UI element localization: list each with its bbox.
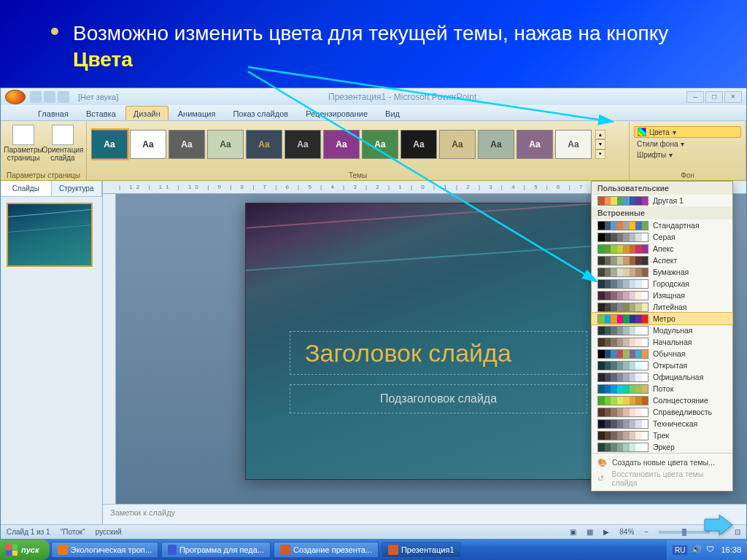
tray-language[interactable]: RU bbox=[673, 545, 687, 555]
maximize-button[interactable]: □ bbox=[705, 91, 723, 103]
fonts-button[interactable]: Шрифты ▾ bbox=[634, 150, 741, 160]
windows-taskbar: пуск Экологическая троп...Программа для … bbox=[0, 540, 747, 560]
taskbar-button[interactable]: Программа для педа... bbox=[161, 542, 271, 558]
color-scheme-label: Модульная bbox=[653, 326, 693, 335]
swatch-icon bbox=[597, 361, 649, 370]
qat-redo-icon[interactable] bbox=[58, 91, 69, 103]
color-scheme-Стандартная[interactable]: Стандартная bbox=[592, 219, 732, 231]
color-scheme-Серая[interactable]: Серая bbox=[592, 231, 732, 243]
status-language[interactable]: русский bbox=[96, 528, 122, 536]
gallery-scroll-down[interactable]: ▼ bbox=[595, 139, 605, 149]
color-scheme-Литейная[interactable]: Литейная bbox=[592, 301, 732, 313]
view-sorter-icon[interactable]: ▦ bbox=[587, 528, 593, 536]
powerpoint-statusbar: Слайд 1 из 1 "Поток" русский ▣ ▦ ▶ 84% −… bbox=[1, 524, 746, 539]
color-scheme-Бумажная[interactable]: Бумажная bbox=[592, 266, 732, 278]
theme-thumb-0[interactable]: Aa bbox=[91, 130, 128, 159]
view-slideshow-icon[interactable]: ▶ bbox=[603, 528, 609, 536]
color-scheme-Справедливость[interactable]: Справедливость bbox=[592, 406, 732, 418]
color-scheme-Изящная[interactable]: Изящная bbox=[592, 289, 732, 301]
create-theme-colors[interactable]: 🎨Создать новые цвета темы... bbox=[592, 456, 732, 468]
color-scheme-label: Аспект bbox=[653, 256, 677, 265]
slide-thumbnails bbox=[1, 197, 102, 524]
zoom-slider[interactable] bbox=[659, 531, 710, 534]
background-styles-button[interactable]: Стили фона ▾ bbox=[634, 139, 741, 149]
notes-pane[interactable]: Заметки к слайду bbox=[103, 504, 746, 524]
page-setup-label: Параметры страницы bbox=[4, 147, 42, 162]
tray-clock[interactable]: 16:38 bbox=[721, 545, 741, 554]
color-scheme-Городская[interactable]: Городская bbox=[592, 278, 732, 289]
color-scheme-Поток[interactable]: Поток bbox=[592, 383, 732, 394]
tab-slides[interactable]: Слайды bbox=[1, 181, 52, 196]
color-scheme-Обычная[interactable]: Обычная bbox=[592, 348, 732, 359]
theme-thumb-11[interactable]: Aa bbox=[516, 130, 553, 159]
color-scheme-Начальная[interactable]: Начальная bbox=[592, 336, 732, 348]
instruction-highlight: Цвета bbox=[73, 48, 133, 71]
tray-icon-1[interactable]: 🔊 bbox=[692, 545, 702, 555]
qat-save-icon[interactable] bbox=[30, 91, 42, 103]
colors-button[interactable]: Цвета ▾ bbox=[634, 126, 741, 138]
document-title: Презентация1 - Microsoft PowerPoint bbox=[118, 92, 686, 102]
subtitle-text: Подзаголовок слайда bbox=[380, 392, 497, 405]
qat-undo-icon[interactable] bbox=[44, 91, 55, 103]
start-button[interactable]: пуск bbox=[0, 540, 50, 560]
color-scheme-Другая 1[interactable]: Другая 1 bbox=[592, 195, 732, 206]
tab-дизайн[interactable]: Дизайн bbox=[125, 106, 169, 120]
theme-thumb-12[interactable]: Aa bbox=[555, 130, 592, 159]
theme-thumb-6[interactable]: Aa bbox=[323, 130, 360, 159]
title-placeholder[interactable]: Заголовок слайда bbox=[290, 331, 587, 375]
page-setup-button[interactable]: Параметры страницы bbox=[5, 123, 42, 168]
color-scheme-Трек[interactable]: Трек bbox=[592, 429, 732, 441]
tab-вставка[interactable]: Вставка bbox=[78, 106, 124, 120]
swatch-icon bbox=[597, 338, 649, 347]
theme-thumb-9[interactable]: Aa bbox=[439, 130, 476, 159]
color-scheme-Эркер[interactable]: Эркер bbox=[592, 441, 732, 453]
gallery-scroll-up[interactable]: ▲ bbox=[595, 130, 605, 139]
powerpoint-window: [Нет звука] Презентация1 - Microsoft Pow… bbox=[0, 88, 747, 540]
color-scheme-Техническая[interactable]: Техническая bbox=[592, 418, 732, 429]
tab-вид[interactable]: Вид bbox=[377, 106, 408, 120]
office-button[interactable] bbox=[5, 90, 26, 104]
color-scheme-Официальная[interactable]: Официальная bbox=[592, 371, 732, 383]
tray-icon-2[interactable]: 🛡 bbox=[706, 545, 716, 555]
slide-orientation-button[interactable]: Ориентация слайда bbox=[44, 123, 81, 168]
color-scheme-Апекс[interactable]: Апекс bbox=[592, 243, 732, 254]
tab-outline[interactable]: Структура bbox=[52, 181, 103, 196]
theme-thumb-3[interactable]: Aa bbox=[207, 130, 244, 159]
tab-показ слайдов[interactable]: Показ слайдов bbox=[225, 106, 296, 120]
themes-gallery[interactable]: AaAaAaAaAaAaAaAaAaAaAaAaAa▲▼▾ bbox=[91, 123, 624, 166]
theme-thumb-7[interactable]: Aa bbox=[362, 130, 398, 159]
title-text: Заголовок слайда bbox=[305, 339, 511, 368]
minimize-button[interactable]: – bbox=[686, 91, 704, 103]
theme-thumb-4[interactable]: Aa bbox=[246, 130, 282, 159]
color-scheme-label: Справедливость bbox=[653, 408, 712, 416]
theme-thumb-5[interactable]: Aa bbox=[285, 130, 321, 159]
color-scheme-label: Начальная bbox=[653, 338, 692, 346]
color-scheme-Аспект[interactable]: Аспект bbox=[592, 254, 732, 266]
theme-thumb-10[interactable]: Aa bbox=[478, 130, 514, 159]
tab-рецензирование[interactable]: Рецензирование bbox=[298, 106, 376, 120]
color-scheme-Метро[interactable]: Метро bbox=[592, 313, 732, 324]
gallery-more[interactable]: ▾ bbox=[595, 149, 605, 159]
theme-thumb-8[interactable]: Aa bbox=[400, 130, 437, 159]
subtitle-placeholder[interactable]: Подзаголовок слайда bbox=[290, 384, 587, 413]
taskbar-button[interactable]: Создание презента... bbox=[274, 542, 379, 558]
color-scheme-Солнцестояние[interactable]: Солнцестояние bbox=[592, 394, 732, 406]
taskbar-button[interactable]: Экологическая троп... bbox=[51, 542, 158, 558]
theme-thumb-2[interactable]: Aa bbox=[169, 130, 205, 159]
slide-canvas[interactable]: Заголовок слайда Подзаголовок слайда bbox=[245, 203, 617, 480]
swatch-icon bbox=[597, 291, 649, 300]
color-scheme-Открытая[interactable]: Открытая bbox=[592, 359, 732, 371]
theme-thumb-1[interactable]: Aa bbox=[130, 130, 166, 159]
view-normal-icon[interactable]: ▣ bbox=[570, 528, 576, 536]
tab-главная[interactable]: Главная bbox=[30, 106, 77, 120]
zoom-value[interactable]: 84% bbox=[619, 528, 634, 536]
quick-access-toolbar bbox=[30, 91, 69, 103]
zoom-out-button[interactable]: − bbox=[644, 528, 649, 536]
slide-thumbnail-1[interactable] bbox=[7, 203, 93, 267]
zoom-fit-button[interactable]: ⊡ bbox=[735, 528, 740, 536]
taskbar-button[interactable]: Презентация1 bbox=[382, 542, 461, 558]
next-slide-arrow[interactable] bbox=[703, 513, 734, 537]
tab-анимация[interactable]: Анимация bbox=[170, 106, 224, 120]
color-scheme-Модульная[interactable]: Модульная bbox=[592, 324, 732, 336]
close-button[interactable]: × bbox=[724, 91, 742, 103]
